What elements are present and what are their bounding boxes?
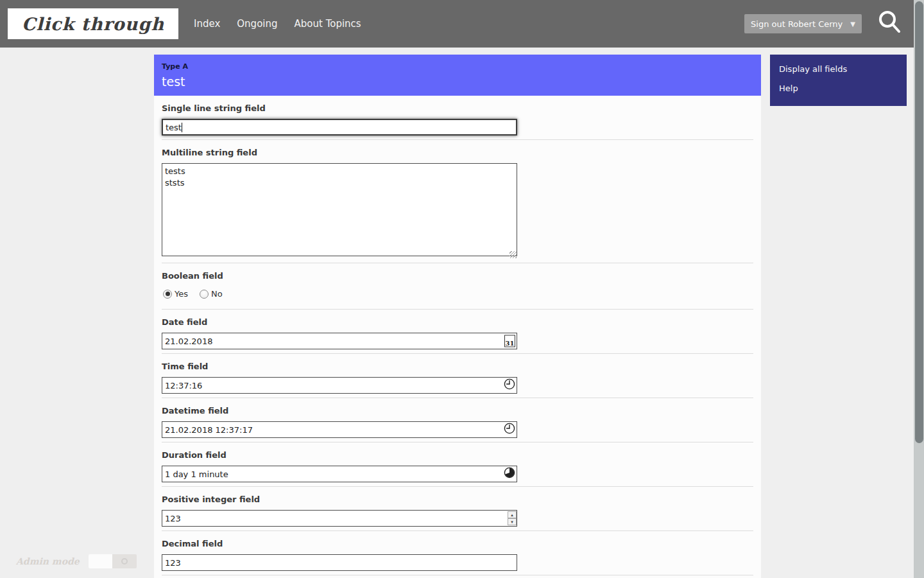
radio-label: Yes <box>175 289 188 299</box>
field-label: Duration field <box>162 450 753 460</box>
positive-integer-input[interactable] <box>162 510 517 527</box>
sign-out-button[interactable]: Sign out Robert Cerny ▼ <box>744 14 862 33</box>
menu-item-display-all-fields[interactable]: Display all fields <box>770 60 907 79</box>
radio-option-yes[interactable]: Yes <box>163 289 188 299</box>
main-content: Type A test Single line string field Mul… <box>154 55 761 578</box>
vertical-scrollbar-thumb[interactable] <box>915 1 923 443</box>
context-menu: Display all fields Help <box>770 55 907 106</box>
field-label: Multiline string field <box>162 148 753 157</box>
admin-mode-label: Admin mode <box>16 556 80 566</box>
clock-icon[interactable] <box>504 423 515 437</box>
spinner-down-icon[interactable]: ▾ <box>508 518 517 525</box>
field-date: Date field 31 <box>162 310 753 354</box>
duration-input[interactable] <box>162 466 517 482</box>
field-label: Datetime field <box>162 406 753 416</box>
field-multiline-string: Multiline string field tests ststs <box>162 140 753 263</box>
search-button[interactable] <box>877 9 902 37</box>
field-label: Boolean field <box>162 271 753 281</box>
datetime-input[interactable] <box>162 421 517 438</box>
clock-icon[interactable] <box>504 378 515 392</box>
calendar-icon[interactable]: 31 <box>504 335 515 347</box>
admin-mode-control: Admin mode <box>16 554 137 568</box>
radio-button-checked[interactable] <box>163 290 172 299</box>
field-boolean: Boolean field Yes No <box>162 263 753 310</box>
record-type-label: Type A <box>162 62 753 71</box>
time-input[interactable] <box>162 377 517 394</box>
nav-item-about-topincs[interactable]: About Topincs <box>295 18 361 30</box>
field-time: Time field <box>162 354 753 398</box>
sign-out-label: Sign out Robert Cerny <box>751 19 843 29</box>
date-input[interactable] <box>162 333 517 349</box>
resize-grip-icon[interactable] <box>509 251 517 258</box>
field-label: Decimal field <box>162 539 753 548</box>
main-nav: Index Ongoing About Topincs <box>194 0 361 48</box>
toggle-knob-icon <box>121 558 128 565</box>
field-label: Time field <box>162 362 753 371</box>
radio-button-unchecked[interactable] <box>200 290 209 299</box>
spinner-up-icon[interactable]: ▴ <box>508 511 517 518</box>
search-icon <box>877 28 902 38</box>
top-header-bar: Click through Index Ongoing About Topinc… <box>0 0 924 48</box>
nav-item-index[interactable]: Index <box>194 18 220 30</box>
decimal-input[interactable] <box>162 554 517 571</box>
menu-item-help[interactable]: Help <box>770 79 907 98</box>
logo-text: Click through <box>22 14 164 34</box>
field-decimal: Decimal field <box>162 531 753 575</box>
field-label: Single line string field <box>162 103 753 113</box>
toggle-on-half[interactable] <box>112 554 137 568</box>
number-spinner: ▴ ▾ <box>508 511 517 525</box>
field-single-line-string: Single line string field <box>162 96 753 140</box>
radio-label: No <box>211 289 223 299</box>
logo[interactable]: Click through <box>8 8 178 39</box>
vertical-scrollbar-track[interactable] <box>914 0 924 578</box>
field-datetime: Datetime field <box>162 398 753 442</box>
radio-option-no[interactable]: No <box>200 289 223 299</box>
field-label: Date field <box>162 317 753 327</box>
text-caret <box>182 123 182 132</box>
chevron-down-icon: ▼ <box>850 21 855 28</box>
toggle-off-half[interactable] <box>89 554 112 568</box>
record-header-banner: Type A test <box>154 55 761 96</box>
field-regex-string: String field with regular expression con… <box>162 575 753 578</box>
admin-mode-toggle[interactable] <box>89 554 137 568</box>
nav-item-ongoing[interactable]: Ongoing <box>237 18 277 30</box>
page-title: test <box>162 74 753 89</box>
field-positive-integer: Positive integer field ▴ ▾ <box>162 487 753 531</box>
duration-icon[interactable] <box>504 467 515 481</box>
field-label: Positive integer field <box>162 495 753 504</box>
single-line-string-input[interactable] <box>162 119 517 136</box>
field-duration: Duration field <box>162 442 753 487</box>
multiline-string-textarea[interactable]: tests ststs <box>162 163 517 256</box>
